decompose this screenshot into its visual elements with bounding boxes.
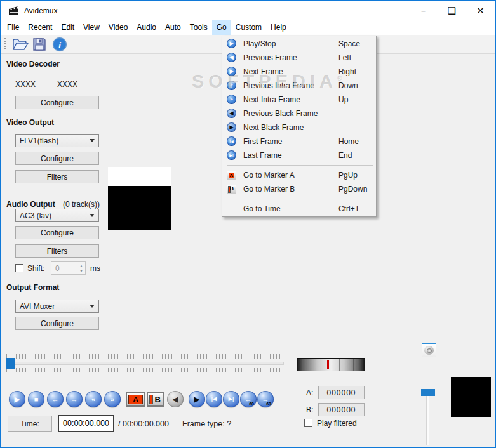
open-file-icon[interactable] (11, 37, 29, 52)
slider-groove[interactable] (6, 362, 284, 365)
previous-intra-frame-button[interactable]: « (85, 391, 102, 407)
menu-item-next-black-frame[interactable]: ▶ Next Black Frame (222, 121, 376, 135)
volume-slider-handle[interactable] (421, 389, 435, 396)
play-filtered-checkbox[interactable] (304, 419, 312, 427)
menu-item-next-intra-frame[interactable]: » Next Intra Frame Up (222, 93, 376, 107)
audio-filters-button[interactable]: Filters (15, 244, 99, 258)
forward-one-minute-button[interactable]: →60 (257, 391, 274, 407)
spinner-arrows-icon[interactable]: ▲▼ (79, 263, 83, 273)
menu-video[interactable]: Video (104, 20, 132, 35)
menu-item-last-frame[interactable]: ▶| Last Frame End (222, 148, 376, 162)
stop-button[interactable]: ■ (28, 391, 44, 407)
menu-item-shortcut: Down (338, 81, 358, 90)
video-codec-value: FLV1(flash) (20, 136, 58, 145)
menu-item-go-to-marker-a[interactable]: A Go to Marker A PgUp (222, 168, 376, 182)
menu-item-label: Go to Marker B (243, 185, 295, 194)
first-frame-icon: |◀ (227, 136, 236, 146)
seek-slider[interactable] (6, 354, 284, 374)
shift-label: Shift: (27, 264, 44, 273)
first-frame-button[interactable]: |◀ (206, 391, 222, 407)
menu-help[interactable]: Help (266, 20, 291, 35)
video-configure-button[interactable]: Configure (15, 152, 99, 165)
next-black-frame-button[interactable]: ▶ (189, 391, 205, 407)
menu-item-previous-intra-frame[interactable]: « Previous Intra Frame Down (222, 79, 376, 93)
menu-item-play-stop[interactable]: ▶ Play/Stop Space (222, 37, 376, 51)
marker-a-icon: A (227, 171, 236, 180)
previous-black-frame-button[interactable]: ◀ (167, 391, 184, 407)
marker-a-label: A: (306, 388, 313, 397)
minimize-button[interactable]: – (409, 1, 438, 20)
menu-recent[interactable]: Recent (23, 20, 57, 35)
previous-intra-frame-icon: « (227, 81, 236, 90)
menu-item-first-frame[interactable]: |◀ First Frame Home (222, 135, 376, 148)
menu-auto[interactable]: Auto (161, 20, 185, 35)
avidemux-window: Avidemux – ❑ ✕ File Recent Edit View Vid… (0, 0, 496, 448)
marker-a-field: 000000 (318, 386, 365, 399)
menu-item-label: Next Frame (243, 67, 283, 76)
menu-item-next-frame[interactable]: ▶ Next Frame Right (222, 65, 376, 79)
audio-codec-select[interactable]: AC3 (lav) (15, 209, 99, 222)
time-input[interactable]: 00:00:00.000 (58, 415, 114, 432)
close-button[interactable]: ✕ (466, 1, 495, 20)
marker-b-icon (149, 395, 153, 404)
volume-slider-groove[interactable] (426, 392, 429, 445)
next-frame-icon: ▶ (227, 67, 236, 76)
menu-tools[interactable]: Tools (185, 20, 212, 35)
next-intra-frame-button[interactable]: » (104, 391, 121, 407)
play-button[interactable]: ▶ (9, 391, 25, 407)
menu-item-label: Go to Time (243, 204, 281, 213)
menu-separator (222, 196, 376, 202)
menu-item-go-to-time[interactable]: Go to Time Ctrl+T (222, 202, 376, 216)
menu-item-label: Go to Marker A (243, 171, 295, 180)
menu-item-shortcut: End (338, 151, 352, 160)
video-decoder-heading: Video Decoder (6, 60, 60, 69)
menu-item-label: Last Frame (243, 151, 282, 160)
audio-codec-value: AC3 (lav) (20, 211, 51, 220)
output-format-heading: Output Format (6, 283, 59, 292)
chevron-down-icon (90, 139, 95, 142)
menu-view[interactable]: View (79, 20, 104, 35)
muxer-select[interactable]: AVI Muxer (15, 300, 99, 313)
menu-item-label: Previous Frame (243, 53, 297, 62)
toolbar-drag-handle[interactable] (4, 38, 6, 51)
set-marker-b-button[interactable]: B (147, 392, 164, 407)
marker-b-icon: B (227, 185, 236, 194)
shift-spinbox[interactable]: 0 ▲▼ (51, 261, 86, 275)
next-intra-frame-icon: » (227, 95, 236, 104)
window-title: Avidemux (24, 6, 57, 15)
menu-edit[interactable]: Edit (57, 20, 79, 35)
menu-item-previous-frame[interactable]: ◀ Previous Frame Left (222, 51, 376, 65)
video-filters-button[interactable]: Filters (15, 170, 99, 183)
video-codec-select[interactable]: FLV1(flash) (15, 134, 99, 147)
menu-go[interactable]: Go (212, 20, 231, 35)
shift-checkbox[interactable] (15, 264, 23, 272)
menu-item-shortcut: Home (338, 137, 359, 146)
mute-button[interactable] (422, 343, 436, 357)
maximize-button[interactable]: ❑ (438, 1, 466, 20)
slider-ticks-bottom (6, 368, 284, 372)
menu-custom[interactable]: Custom (231, 20, 266, 35)
menu-item-label: Previous Intra Frame (243, 81, 314, 90)
audio-tracks-count: (0 track(s)) (63, 200, 100, 209)
menu-file[interactable]: File (3, 20, 23, 35)
audio-configure-button[interactable]: Configure (15, 226, 99, 239)
info-icon[interactable]: i (52, 37, 67, 52)
menu-item-go-to-marker-b[interactable]: B Go to Marker B PgDown (222, 182, 376, 196)
menu-item-previous-black-frame[interactable]: ◀ Previous Black Frame (222, 107, 376, 121)
previous-frame-button[interactable]: ← (47, 391, 64, 407)
menu-item-label: Next Intra Frame (243, 95, 300, 104)
slider-handle[interactable] (6, 358, 15, 369)
time-button[interactable]: Time: (8, 416, 52, 432)
set-marker-a-button[interactable]: A (126, 392, 145, 407)
save-file-icon[interactable] (32, 37, 47, 52)
jog-shuttle-wheel[interactable] (297, 358, 365, 371)
audio-output-heading: Audio Output (6, 200, 55, 209)
title-bar: Avidemux – ❑ ✕ (1, 1, 495, 20)
decoder-configure-button[interactable]: Configure (15, 96, 99, 109)
next-frame-button[interactable]: → (66, 391, 83, 407)
muxer-configure-button[interactable]: Configure (15, 317, 99, 330)
menu-audio[interactable]: Audio (132, 20, 161, 35)
play-filtered-label: Play filtered (317, 419, 357, 428)
back-one-minute-button[interactable]: ←60 (240, 391, 257, 407)
last-frame-button[interactable]: ▶| (223, 391, 239, 407)
